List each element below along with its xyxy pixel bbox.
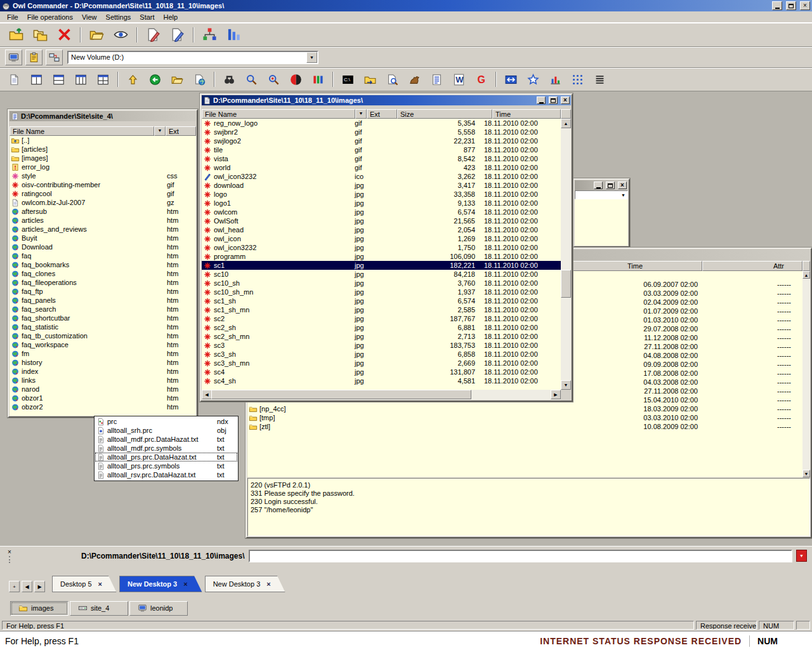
network-button[interactable] [46, 50, 63, 65]
close-tab-icon[interactable]: × [98, 580, 102, 588]
file-row[interactable]: alltoall_mdf.prc.DataHazat.txttxt [95, 435, 237, 444]
file-row[interactable]: faq_bookmarkshtm [10, 260, 196, 269]
open-folder-button[interactable] [86, 25, 108, 44]
file-row[interactable]: sc1_shjpg6,57418.11.2010 02:00 [202, 296, 561, 305]
close-bar-icon[interactable]: × [8, 549, 11, 555]
close-button[interactable]: × [561, 96, 570, 104]
panel-tab-images[interactable]: images [10, 601, 69, 616]
desktop-tab[interactable]: New Desktop 3× [119, 576, 202, 592]
file-row[interactable]: sc2_shjpg6,88118.11.2010 02:00 [202, 323, 561, 332]
file-row[interactable]: owl_headjpg2,05418.11.2010 02:00 [202, 225, 561, 234]
file-row[interactable]: historyhtm [10, 358, 196, 367]
menu-settings[interactable]: Settings [102, 12, 136, 22]
word-button[interactable]: W [449, 70, 469, 88]
menu-start[interactable]: Start [135, 12, 159, 22]
vertical-panels-button[interactable] [26, 70, 47, 88]
file-row[interactable]: [..] [10, 136, 196, 145]
blue-chart-button[interactable] [223, 25, 245, 44]
file-row[interactable]: alltoall_srh.prcobj [95, 426, 237, 435]
file-row[interactable]: owl_iconjpg1,26918.11.2010 02:00 [202, 234, 561, 243]
file-row[interactable]: owl_icon3232ico3,26218.11.2010 02:00 [202, 172, 561, 181]
scrollbar-thumb[interactable] [561, 270, 571, 298]
close-tab-icon[interactable]: × [183, 580, 187, 588]
site4-window-titlebar[interactable]: D:\Pcommander\Site\site_4\ [10, 111, 196, 121]
file-row[interactable]: obzor2htm [10, 402, 196, 411]
horses-button[interactable] [404, 70, 425, 88]
menu-help[interactable]: Help [159, 12, 183, 22]
print-panels-button[interactable] [70, 70, 91, 88]
up-folder-button[interactable] [5, 25, 27, 44]
file-row[interactable]: oisv-contributing-membergif [10, 180, 196, 189]
file-row[interactable]: [np_4cc]18.03.2009 02:00------ [247, 404, 810, 413]
find-button[interactable] [219, 70, 240, 88]
restore-button[interactable] [786, 1, 796, 10]
document-button[interactable] [4, 70, 25, 88]
computer-button[interactable] [5, 50, 22, 65]
back-button[interactable] [145, 70, 166, 88]
delete-button[interactable] [53, 25, 75, 44]
column-time[interactable]: Time [568, 261, 702, 271]
path-history-dropdown-button[interactable]: ▼ [796, 550, 807, 562]
file-row[interactable]: sc10_shjpg3,76018.11.2010 02:00 [202, 279, 561, 288]
file-row[interactable]: linkshtm [10, 376, 196, 385]
file-row[interactable]: [articles] [10, 145, 196, 154]
copy-folder-button[interactable] [29, 25, 51, 44]
drive-selector[interactable]: New Volume (D:) ▼ [67, 51, 318, 64]
column-file-name[interactable]: File Name [202, 109, 355, 119]
file-row[interactable]: owl_icon3232jpg1,75018.11.2010 02:00 [202, 243, 561, 252]
zoom-doc-button[interactable] [382, 70, 403, 88]
vertical-scrollbar[interactable]: ▲ ▼ [802, 271, 810, 477]
column-file-name[interactable]: File Name [10, 126, 154, 136]
menu-file-operations[interactable]: File operations [23, 12, 77, 22]
file-row[interactable]: faq_cloneshtm [10, 269, 196, 278]
desktop-tab[interactable]: New Desktop 3× [205, 576, 285, 592]
file-row[interactable]: sc4_shjpg4,58118.11.2010 02:00 [202, 376, 561, 385]
file-row[interactable]: programmjpg106,09018.11.2010 02:00 [202, 252, 561, 261]
maximize-button[interactable] [549, 96, 558, 104]
scroll-up-icon[interactable]: ▲ [561, 119, 571, 128]
file-row[interactable]: downloadjpg3,41718.11.2010 02:00 [202, 181, 561, 190]
scrollbar-thumb[interactable] [211, 390, 471, 399]
file-row[interactable]: reg_now_logogif5,35418.11.2010 02:00 [202, 119, 561, 128]
column-size[interactable]: Size [397, 109, 492, 119]
file-row[interactable]: sc10jpg84,21818.11.2010 02:00 [202, 270, 561, 279]
file-row[interactable]: swjbnr2gif5,55818.11.2010 02:00 [202, 128, 561, 136]
file-row[interactable]: alltoall_mdf.prc.symbolstxt [95, 444, 237, 453]
horizontal-panels-button[interactable] [48, 70, 69, 88]
file-row[interactable]: tilegif87718.11.2010 02:00 [202, 145, 561, 154]
file-row[interactable]: alltoall_prs.prc.DataHazat.txttxt [95, 453, 237, 461]
file-row[interactable]: owlcomjpg6,57418.11.2010 02:00 [202, 208, 561, 216]
file-row[interactable]: vistagif8,54218.11.2010 02:00 [202, 154, 561, 163]
file-row[interactable]: alltoall_rsv.prc.DataHazat.txttxt [95, 470, 237, 479]
file-row[interactable]: error_log [10, 162, 196, 171]
file-row[interactable]: swjlogo2gif22,23118.11.2010 02:00 [202, 136, 561, 145]
file-row[interactable]: obzor1htm [10, 394, 196, 402]
file-row[interactable]: [images] [10, 154, 196, 162]
terminal-button[interactable]: C:\ [337, 70, 358, 88]
file-row[interactable]: articleshtm [10, 216, 196, 225]
file-row[interactable]: [tmp]03.03.2010 02:00------ [247, 413, 810, 422]
open-folder-button[interactable] [167, 70, 188, 88]
web-document-button[interactable] [189, 70, 210, 88]
menu-button[interactable] [589, 70, 610, 88]
horizontal-scrollbar[interactable]: ◀ ▶ [202, 390, 561, 400]
half-circle-button[interactable] [285, 70, 306, 88]
favorites-button[interactable] [523, 70, 544, 88]
sort-direction-button[interactable]: ▼ [154, 126, 166, 136]
scroll-up-icon[interactable]: ▲ [802, 271, 810, 279]
file-row[interactable]: logojpg33,35818.11.2010 02:00 [202, 190, 561, 199]
google-button[interactable]: G [471, 70, 492, 88]
maximize-button[interactable] [606, 182, 615, 189]
column-ext[interactable]: Ext [367, 109, 397, 119]
file-row[interactable]: OwlSoftjpg21,56518.11.2010 02:00 [202, 216, 561, 225]
quad-panels-button[interactable] [93, 70, 114, 88]
up-dir-button[interactable] [122, 70, 143, 88]
close-button[interactable]: × [800, 1, 810, 10]
file-row[interactable]: sc3_sh_mnjpg2,66918.11.2010 02:00 [202, 359, 561, 368]
menu-view[interactable]: View [77, 12, 102, 22]
file-row[interactable]: faq_panelshtm [10, 296, 196, 305]
search-files-button[interactable] [263, 70, 284, 88]
file-row[interactable]: stylecss [10, 171, 196, 180]
file-row[interactable]: sc4jpg131,80718.11.2010 02:00 [202, 368, 561, 376]
prev-desktop-button[interactable]: ◀ [22, 581, 32, 592]
